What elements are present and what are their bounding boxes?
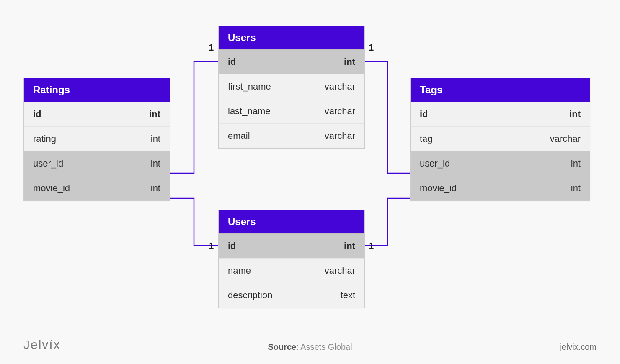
entity-row: ratingint xyxy=(24,126,170,151)
relation-line xyxy=(170,62,218,173)
source-credit: Source: Assets Global xyxy=(268,342,352,352)
column-type: int xyxy=(344,241,355,251)
column-type: int xyxy=(571,183,581,194)
column-type: int xyxy=(571,158,581,169)
entity-header: Users xyxy=(219,210,364,233)
entity-users_bottom: Usersidintnamevarchardescriptiontext xyxy=(218,210,365,308)
entity-header: Users xyxy=(219,26,364,49)
column-name: email xyxy=(228,131,250,141)
entity-users_top: Usersidintfirst_namevarcharlast_namevarc… xyxy=(218,26,365,149)
column-name: description xyxy=(228,290,272,301)
entity-header: Ratings xyxy=(24,78,170,102)
column-type: int xyxy=(151,133,160,144)
entity-row: emailvarchar xyxy=(219,123,364,148)
column-name: id xyxy=(33,109,41,120)
entity-ratings: Ratingsidintratingintuser_idintmovie_idi… xyxy=(23,78,170,201)
column-name: first_name xyxy=(228,81,271,92)
column-name: movie_id xyxy=(420,183,457,194)
entity-row: descriptiontext xyxy=(219,283,364,308)
source-value: Assets Global xyxy=(300,342,352,351)
column-name: id xyxy=(228,241,236,251)
column-name: id xyxy=(420,109,428,120)
relation-line xyxy=(365,62,410,173)
entity-row: movie_idint xyxy=(24,176,170,200)
entity-row: idint xyxy=(411,102,590,126)
entity-row: user_idint xyxy=(411,151,590,176)
cardinality-label: 1 xyxy=(369,241,374,251)
column-type: varchar xyxy=(325,81,355,92)
column-name: user_id xyxy=(33,158,63,169)
entity-tags: Tagsidinttagvarcharuser_idintmovie_idint xyxy=(410,78,590,201)
relation-line xyxy=(365,198,410,246)
column-type: int xyxy=(344,56,355,67)
column-name: user_id xyxy=(420,158,450,169)
entity-header: Tags xyxy=(411,78,590,102)
column-type: text xyxy=(341,290,355,301)
entity-row: idint xyxy=(24,102,170,126)
column-type: int xyxy=(569,109,581,120)
column-type: varchar xyxy=(325,131,355,141)
column-name: id xyxy=(228,56,236,67)
column-type: varchar xyxy=(325,106,355,117)
source-label: Source xyxy=(268,342,296,351)
site-url: jelvix.com xyxy=(560,342,597,352)
cardinality-label: 1 xyxy=(209,42,214,53)
entity-row: namevarchar xyxy=(219,258,364,283)
column-type: varchar xyxy=(550,133,581,144)
column-type: int xyxy=(151,183,160,194)
relation-line xyxy=(170,198,218,246)
cardinality-label: 1 xyxy=(209,241,214,251)
cardinality-label: 1 xyxy=(369,42,374,53)
column-type: int xyxy=(151,158,160,169)
column-name: movie_id xyxy=(33,183,70,194)
entity-row: tagvarchar xyxy=(411,126,590,151)
column-name: rating xyxy=(33,133,56,144)
er-diagram-canvas: Jelvíx Source: Assets Global jelvix.com … xyxy=(0,0,620,364)
entity-row: idint xyxy=(219,233,364,258)
brand-logo: Jelvíx xyxy=(23,338,61,352)
entity-row: first_namevarchar xyxy=(219,74,364,99)
column-name: tag xyxy=(420,133,433,144)
column-type: varchar xyxy=(325,265,355,276)
column-name: last_name xyxy=(228,106,271,117)
entity-row: last_namevarchar xyxy=(219,99,364,123)
column-type: int xyxy=(149,109,160,120)
entity-row: user_idint xyxy=(24,151,170,176)
column-name: name xyxy=(228,265,251,276)
entity-row: idint xyxy=(219,49,364,74)
entity-row: movie_idint xyxy=(411,176,590,200)
